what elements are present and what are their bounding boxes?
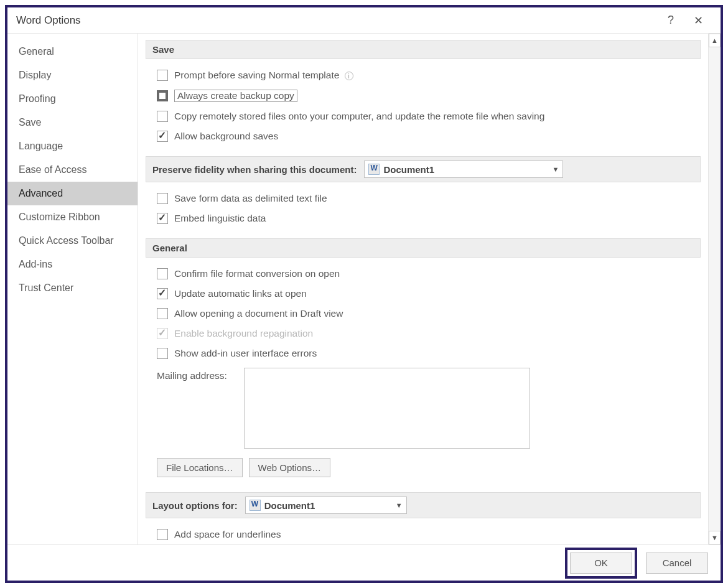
scroll-down-arrow-icon[interactable]: ▼: [709, 531, 721, 544]
opt-label: Copy remotely stored files onto your com…: [174, 111, 544, 122]
checkbox-icon[interactable]: [157, 111, 168, 122]
sidebar-item-customize-ribbon[interactable]: Customize Ribbon: [7, 205, 138, 229]
section-preserve-header: Preserve fidelity when sharing this docu…: [146, 156, 701, 182]
general-buttons-row: File Locations… Web Options…: [157, 453, 701, 482]
opt-form-data[interactable]: Save form data as delimited text file: [157, 189, 701, 208]
opt-label: Always create backup copy: [174, 90, 297, 102]
sidebar-item-add-ins[interactable]: Add-ins: [7, 253, 138, 276]
vertical-scrollbar[interactable]: ▲ ▼: [708, 34, 721, 544]
opt-label: Update automatic links at open: [174, 288, 307, 299]
opt-draft-view[interactable]: Allow opening a document in Draft view: [157, 304, 701, 324]
sidebar: General Display Proofing Save Language E…: [7, 34, 138, 544]
sidebar-item-save[interactable]: Save: [7, 111, 138, 134]
window-title: Word Options: [16, 14, 81, 27]
content-wrap: Save Prompt before saving Normal templat…: [138, 34, 721, 544]
titlebar: Word Options ? ✕: [7, 7, 721, 34]
opt-underline-space[interactable]: Add space for underlines: [157, 525, 701, 544]
opt-confirm-conversion[interactable]: Confirm file format conversion on open: [157, 264, 701, 284]
opt-label: Save form data as delimited text file: [174, 193, 327, 204]
opt-auto-links[interactable]: Update automatic links at open: [157, 284, 701, 304]
sidebar-item-general[interactable]: General: [7, 40, 138, 63]
ok-button-highlight: OK: [565, 548, 637, 579]
select-value: Document1: [264, 500, 392, 511]
opt-prompt-normal[interactable]: Prompt before saving Normal template i: [157, 65, 701, 85]
section-general-title: General: [152, 243, 187, 253]
select-value: Document1: [383, 164, 548, 175]
info-icon[interactable]: i: [345, 72, 353, 80]
checkbox-icon[interactable]: [157, 529, 168, 540]
opt-backup-copy[interactable]: Always create backup copy: [157, 85, 701, 106]
dialog-footer: OK Cancel: [7, 544, 721, 581]
chevron-down-icon: ▼: [396, 502, 403, 509]
file-locations-button[interactable]: File Locations…: [157, 458, 243, 477]
chevron-down-icon: ▼: [553, 166, 559, 173]
opt-addin-errors[interactable]: Show add-in user interface errors: [157, 343, 701, 363]
section-general-header: General: [146, 238, 701, 258]
checkbox-icon[interactable]: [157, 70, 168, 81]
opt-copy-remote[interactable]: Copy remotely stored files onto your com…: [157, 106, 701, 126]
section-layout-header: Layout options for: Document1 ▼: [146, 492, 701, 518]
sidebar-item-display[interactable]: Display: [7, 63, 138, 87]
sidebar-item-language[interactable]: Language: [7, 134, 138, 158]
sidebar-item-trust-center[interactable]: Trust Center: [7, 276, 138, 300]
opt-label: Prompt before saving Normal template: [174, 70, 339, 80]
checkbox-icon[interactable]: [157, 131, 168, 142]
sidebar-item-proofing[interactable]: Proofing: [7, 87, 138, 111]
section-preserve-title: Preserve fidelity when sharing this docu…: [152, 164, 357, 175]
section-general-body: Confirm file format conversion on open U…: [146, 258, 701, 488]
mailing-address-label: Mailing address:: [157, 368, 238, 381]
opt-bg-repagination: Enable background repagination: [157, 324, 701, 343]
ok-button[interactable]: OK: [570, 553, 632, 574]
web-options-button[interactable]: Web Options…: [249, 458, 330, 477]
opt-label: Confirm file format conversion on open: [174, 268, 340, 279]
checkbox-icon[interactable]: [157, 90, 168, 101]
opt-label: Show add-in user interface errors: [174, 348, 317, 359]
close-button[interactable]: ✕: [684, 7, 712, 34]
section-preserve-body: Save form data as delimited text file Em…: [146, 182, 701, 235]
opt-embed-linguistic[interactable]: Embed linguistic data: [157, 208, 701, 228]
checkbox-icon[interactable]: [157, 213, 168, 224]
dialog-frame: Word Options ? ✕ General Display Proofin…: [5, 5, 723, 583]
help-button[interactable]: ?: [657, 7, 684, 34]
opt-label: Allow background saves: [174, 131, 278, 142]
checkbox-icon[interactable]: [157, 268, 168, 279]
preserve-document-select[interactable]: Document1 ▼: [364, 161, 563, 178]
section-layout-title: Layout options for:: [152, 500, 238, 511]
checkbox-icon[interactable]: [157, 308, 168, 319]
opt-label: Add space for underlines: [174, 529, 281, 540]
checkbox-icon[interactable]: [157, 193, 168, 204]
mailing-address-textarea[interactable]: [244, 368, 530, 449]
word-doc-icon: [250, 500, 261, 511]
checkbox-icon[interactable]: [157, 348, 168, 359]
section-save-header: Save: [146, 40, 701, 59]
sidebar-item-quick-access-toolbar[interactable]: Quick Access Toolbar: [7, 229, 138, 253]
scroll-up-arrow-icon[interactable]: ▲: [709, 34, 721, 47]
section-save-title: Save: [152, 44, 174, 55]
checkbox-icon[interactable]: [157, 288, 168, 299]
checkbox-icon: [157, 328, 168, 339]
opt-background-saves[interactable]: Allow background saves: [157, 126, 701, 146]
opt-label: Enable background repagination: [174, 328, 313, 339]
sidebar-item-ease-of-access[interactable]: Ease of Access: [7, 158, 138, 182]
opt-mailing-address: Mailing address:: [157, 363, 701, 453]
word-doc-icon: [368, 164, 380, 175]
opt-label: Allow opening a document in Draft view: [174, 308, 343, 319]
content-pane: Save Prompt before saving Normal templat…: [138, 34, 708, 544]
section-save-body: Prompt before saving Normal template i A…: [146, 59, 701, 152]
section-layout-body: Add space for underlines Adjust line hei…: [146, 518, 701, 544]
cancel-button[interactable]: Cancel: [646, 553, 708, 574]
layout-document-select[interactable]: Document1 ▼: [245, 497, 407, 514]
dialog-body: General Display Proofing Save Language E…: [7, 34, 721, 544]
opt-label: Embed linguistic data: [174, 213, 266, 224]
sidebar-item-advanced[interactable]: Advanced: [7, 182, 138, 205]
